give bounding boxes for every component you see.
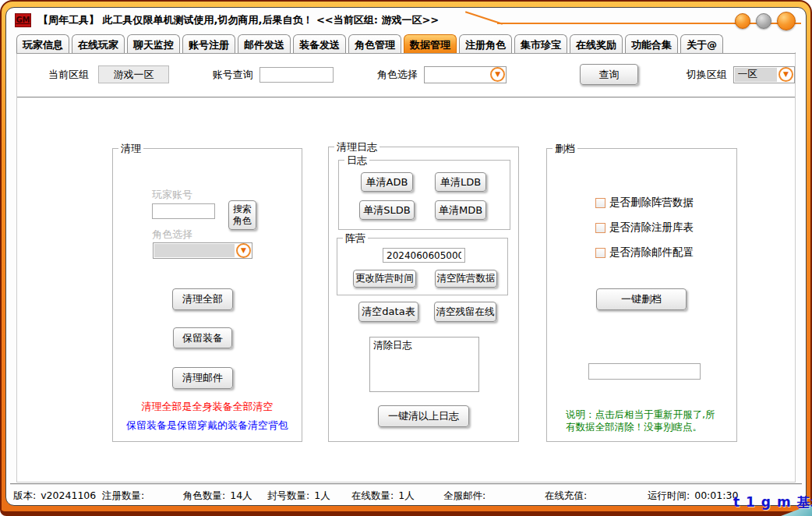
clear-adb-button[interactable]: 单清ADB (361, 172, 413, 192)
close-button[interactable] (777, 12, 796, 30)
keep-equip-button[interactable]: 保留装备 (173, 327, 232, 348)
clear-mail-button[interactable]: 清理邮件 (172, 367, 233, 389)
minimize-button[interactable] (735, 13, 750, 29)
clear-data-table-button[interactable]: 清空data表 (358, 302, 418, 322)
tab-online-reward[interactable]: 在线奖励 (570, 34, 623, 53)
titlebar: GM 【周年工具】 此工具仅限单机测试使用,切勿商用,后果自负！ <<当前区组:… (6, 8, 806, 32)
change-faction-time-button[interactable]: 更改阵营时间 (353, 270, 416, 288)
switch-group-label: 切换区组 (687, 68, 727, 82)
tab-data-manage[interactable]: 数据管理 (404, 34, 457, 53)
faction-subgroup-title: 阵营 (343, 232, 368, 244)
tab-feature-collection[interactable]: 功能合集 (625, 34, 678, 53)
clear-faction-data-button[interactable]: 清空阵营数据 (435, 270, 497, 288)
status-ban-count: 封号数量:1人 (267, 489, 330, 503)
tab-mail-send[interactable]: 邮件发送 (238, 34, 291, 53)
tab-market-treasure[interactable]: 集市珍宝 (514, 34, 567, 53)
delete-faction-checkbox[interactable] (595, 198, 605, 208)
window-controls (735, 12, 796, 30)
role-select-combobox[interactable]: ▼ (424, 66, 507, 83)
clear-all-button[interactable]: 清理全部 (172, 288, 233, 310)
clear-mail-config-label: 是否清除邮件配置 (609, 246, 694, 260)
switch-group-combobox[interactable]: 一区 ▼ (733, 66, 795, 83)
clear-ldb-button[interactable]: 单清LDB (435, 172, 486, 192)
checkbox-row[interactable]: 是否清除邮件配置 (595, 246, 694, 260)
status-version: 版本:v20241106 (13, 489, 96, 503)
status-version-label: 版本: (13, 489, 36, 501)
query-button[interactable]: 查询 (580, 64, 637, 85)
role-select-disabled-value (154, 244, 235, 257)
cleanup-note-blue: 保留装备是保留穿戴的装备清空背包 (113, 419, 302, 433)
query-toolbar: 当前区组 游戏一区 账号查询 角色选择 ▼ 查询 切换区组 一区 ▼ (17, 52, 795, 98)
status-role-count: 角色数量:14人 (183, 489, 252, 503)
clear-log-textbox[interactable]: 清除日志 (369, 337, 479, 392)
player-account-label: 玩家账号 (152, 188, 192, 202)
tab-chat-monitor[interactable]: 聊天监控 (127, 34, 180, 53)
clear-residual-online-button[interactable]: 清空残留在线 (434, 302, 496, 322)
status-role-label: 角色数量: (183, 489, 225, 501)
status-runtime-label: 运行时间: (648, 489, 690, 501)
delete-faction-label: 是否删除阵营数据 (609, 196, 694, 210)
tab-equip-send[interactable]: 装备发送 (293, 34, 346, 53)
delete-archive-groupbox: 删档 是否删除阵营数据 是否清除注册库表 是否清除邮件配置 一键删档 说明：点击… (546, 148, 737, 442)
status-register-label: 注册数量: (102, 489, 144, 501)
role-select-disabled-label: 角色选择 (152, 228, 192, 242)
clear-sldb-button[interactable]: 单清SLDB (359, 200, 415, 220)
restore-button[interactable] (756, 13, 771, 29)
role-select-label: 角色选择 (377, 68, 418, 82)
tab-about[interactable]: 关于@ (680, 34, 723, 53)
role-select-disabled-combobox[interactable]: ▼ (153, 242, 252, 259)
status-register: 注册数量: (102, 489, 149, 503)
cleanup-groupbox: 清理 玩家账号 搜索角色 角色选择 ▼ 清理全部 保留装备 清理邮件 清理全部是… (112, 148, 302, 442)
status-online-label: 在线数量: (351, 489, 394, 501)
clear-mail-config-checkbox[interactable] (595, 248, 605, 258)
account-query-input[interactable] (259, 67, 334, 83)
status-bar: 版本:v20241106 注册数量: 角色数量:14人 封号数量:1人 在线数量… (10, 483, 802, 504)
current-group-label: 当前区组 (48, 68, 89, 82)
player-account-input[interactable] (152, 203, 215, 219)
status-mail: 全服邮件: (443, 489, 490, 503)
gm-app-icon: GM (15, 13, 31, 27)
status-runtime: 运行时间:00:01:30 (648, 489, 738, 503)
one-key-delete-button[interactable]: 一键删档 (596, 288, 687, 310)
status-online-value: 1人 (398, 489, 414, 501)
search-role-button[interactable]: 搜索角色 (228, 200, 256, 230)
current-group-value: 游戏一区 (98, 65, 169, 83)
checkbox-row[interactable]: 是否删除阵营数据 (595, 196, 694, 210)
clear-register-label: 是否清除注册库表 (609, 221, 694, 235)
log-cleanup-group-title: 清理日志 (334, 141, 380, 153)
account-query-label: 账号查询 (213, 68, 253, 82)
status-recharge-label: 在线充值: (545, 489, 587, 501)
status-version-value: v20241106 (41, 489, 96, 501)
status-ban-label: 封号数量: (267, 489, 309, 501)
log-subgroup: 日志 单清ADB 单清LDB 单清SLDB 单清MDB (338, 160, 510, 230)
tab-account-register[interactable]: 账号注册 (182, 34, 235, 53)
app-window: GM 【周年工具】 此工具仅限单机测试使用,切勿商用,后果自负！ <<当前区组:… (5, 7, 807, 506)
status-online-count: 在线数量:1人 (351, 489, 415, 503)
chevron-down-icon: ▼ (236, 243, 251, 258)
faction-subgroup: 阵营 更改阵营时间 清空阵营数据 (337, 238, 508, 295)
status-mail-label: 全服邮件: (443, 489, 485, 501)
tab-player-info[interactable]: 玩家信息 (16, 34, 69, 53)
watermark-text: t 1 g m 基地 (733, 493, 812, 511)
delete-archive-note: 说明：点击后相当于重新开服了,所有数据全部清除！没事别瞎点。 (566, 408, 721, 433)
tab-register-role[interactable]: 注册角色 (459, 34, 512, 53)
tab-bar: 玩家信息 在线玩家 聊天监控 账号注册 邮件发送 装备发送 角色管理 数据管理 … (16, 34, 796, 54)
clear-register-checkbox[interactable] (595, 223, 605, 233)
delete-confirm-input[interactable] (588, 363, 701, 380)
window-title: 【周年工具】 此工具仅限单机测试使用,切勿商用,后果自负！ <<当前区组: 游戏… (38, 13, 439, 27)
status-runtime-value: 00:01:30 (694, 489, 738, 501)
chevron-down-icon: ▼ (490, 67, 505, 82)
switch-group-value: 一区 (735, 68, 777, 82)
tab-online-players[interactable]: 在线玩家 (72, 34, 125, 53)
log-subgroup-title: 日志 (344, 154, 369, 166)
role-select-value (425, 68, 489, 82)
log-cleanup-groupbox: 清理日志 日志 单清ADB 单清LDB 单清SLDB 单清MDB 阵营 更改阵营… (328, 147, 519, 442)
cleanup-group-title: 清理 (118, 143, 143, 154)
checkbox-row[interactable]: 是否清除注册库表 (595, 221, 694, 235)
faction-time-input[interactable] (383, 248, 465, 263)
cleanup-note-red: 清理全部是全身装备全部清空 (113, 400, 302, 414)
chevron-down-icon: ▼ (778, 67, 793, 82)
tab-role-manage[interactable]: 角色管理 (348, 34, 401, 53)
clear-mdb-button[interactable]: 单清MDB (435, 200, 486, 220)
clear-above-logs-button[interactable]: 一键清以上日志 (378, 405, 469, 427)
